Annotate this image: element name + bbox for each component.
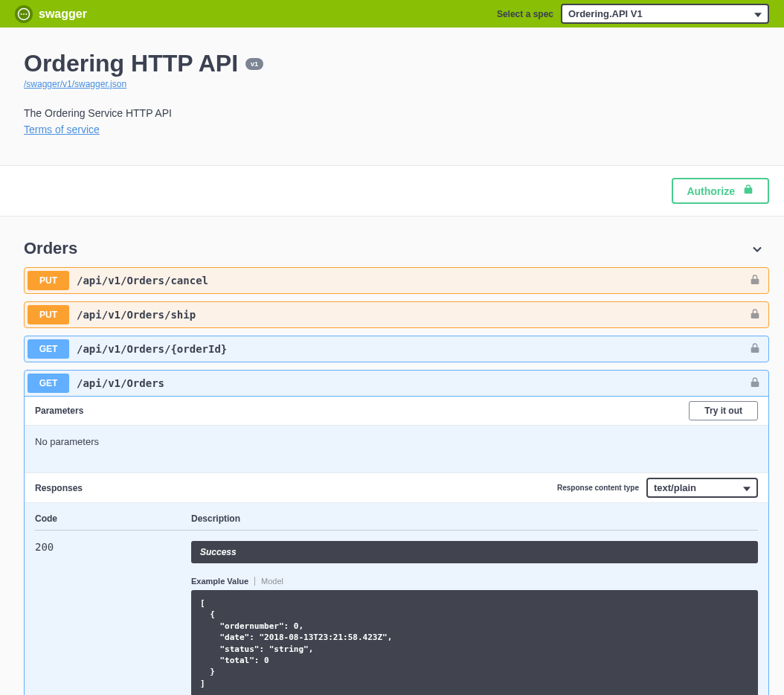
operation-path: /api/v1/Orders/ship [77,309,749,321]
swagger-json-link[interactable]: /swagger/v1/swagger.json [24,79,126,89]
chevron-down-icon [750,240,765,257]
svg-point-2 [23,13,25,15]
operation-put-cancel: PUT /api/v1/Orders/cancel [24,267,769,294]
operation-get-orders: GET /api/v1/Orders Parameters Try it out… [24,370,769,695]
operation-put-ship: PUT /api/v1/Orders/ship [24,301,769,328]
method-badge: GET [28,339,69,359]
topbar-spec-selector: Select a spec Ordering.API V1 [497,4,769,24]
svg-point-3 [25,13,27,15]
responses-bar: Responses Response content type text/pla… [25,473,768,503]
response-row: 200 Success Example Value Model [ { "ord… [35,541,758,695]
operations-content: Orders PUT /api/v1/Orders/cancel PUT /ap… [0,217,784,695]
api-title: Ordering HTTP API v1 [24,50,769,77]
operation-path: /api/v1/Orders/{orderId} [77,343,749,355]
example-code-block: [ { "ordernumber": 0, "date": "2018-08-1… [191,590,758,695]
response-description: Success [191,541,758,563]
tag-name: Orders [24,239,77,258]
code-column-header: Code [35,513,191,524]
responses-table-header: Code Description [35,513,758,531]
content-type-label: Response content type [557,484,639,492]
brand-label: swagger [39,7,87,21]
operation-header[interactable]: PUT /api/v1/Orders/ship [25,302,768,327]
lock-icon [749,377,761,391]
tab-model[interactable]: Model [254,577,289,586]
method-badge: PUT [28,271,69,290]
no-parameters-text: No parameters [25,426,768,473]
operation-header[interactable]: GET /api/v1/Orders/{orderId} [25,336,768,362]
lock-icon [749,274,761,288]
operation-body: Parameters Try it out No parameters Resp… [25,396,768,695]
operation-path: /api/v1/Orders/cancel [77,275,749,286]
lock-open-icon [742,184,754,198]
terms-of-service-link[interactable]: Terms of service [24,124,100,135]
lock-icon [749,308,761,322]
operation-header[interactable]: PUT /api/v1/Orders/cancel [25,268,768,293]
operation-header[interactable]: GET /api/v1/Orders [25,371,768,396]
operation-path: /api/v1/Orders [77,377,749,389]
description-column-header: Description [191,513,758,524]
responses-label: Responses [35,483,83,493]
content-type-select[interactable]: text/plain [646,478,758,498]
lock-icon [749,342,761,356]
authorize-button-label: Authorize [687,185,735,197]
api-description: The Ordering Service HTTP API [24,107,769,119]
auth-section: Authorize [0,166,784,217]
response-code: 200 [35,541,191,695]
method-badge: GET [28,374,69,393]
api-version-badge: v1 [245,58,263,70]
tab-example-value[interactable]: Example Value [191,577,254,586]
svg-point-1 [21,13,22,15]
topbar-brand: swagger [15,5,87,23]
responses-body: Code Description 200 Success Example Val… [25,503,768,695]
try-it-out-button[interactable]: Try it out [689,401,758,420]
select-spec-label: Select a spec [497,9,553,19]
tag-section-orders: Orders PUT /api/v1/Orders/cancel PUT /ap… [24,231,769,695]
spec-select[interactable]: Ordering.API V1 [561,4,769,24]
response-description-cell: Success Example Value Model [ { "ordernu… [191,541,758,695]
authorize-button[interactable]: Authorize [672,178,769,204]
example-tabs: Example Value Model [191,577,758,586]
tag-header[interactable]: Orders [24,231,769,267]
method-badge: PUT [28,305,69,324]
swagger-logo-icon [15,5,33,23]
parameters-bar: Parameters Try it out [25,397,768,426]
api-title-text: Ordering HTTP API [24,50,238,77]
info-section: Ordering HTTP API v1 /swagger/v1/swagger… [0,28,784,166]
parameters-label: Parameters [35,406,83,416]
topbar: swagger Select a spec Ordering.API V1 [0,0,784,28]
operation-get-orderid: GET /api/v1/Orders/{orderId} [24,336,769,362]
